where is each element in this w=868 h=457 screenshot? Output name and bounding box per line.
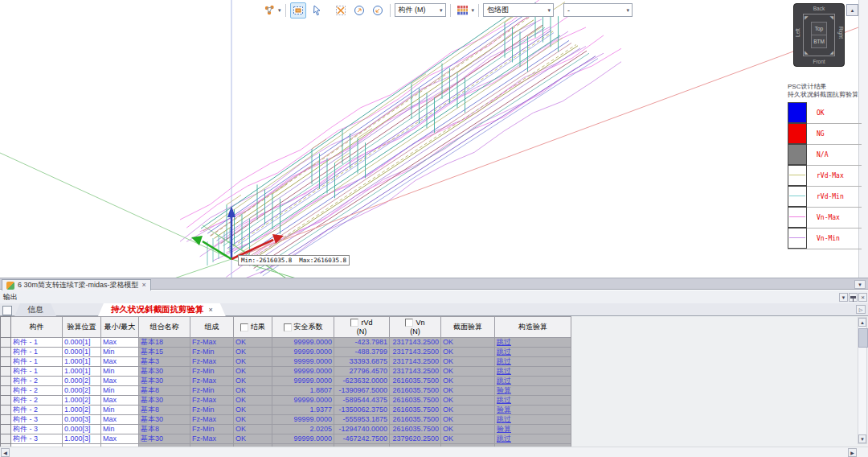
cell[interactable]: Max — [101, 377, 139, 386]
cell[interactable]: Max — [101, 338, 139, 348]
cell[interactable]: 1.000[1] — [63, 367, 101, 377]
cell[interactable]: Max — [101, 396, 139, 406]
horizontal-scrollbar[interactable]: ◀ ▶ — [0, 447, 868, 457]
cell[interactable]: 构件 - 1 — [11, 338, 63, 348]
cell[interactable]: 0.000[1] — [63, 338, 101, 348]
chevron-down-icon[interactable]: ▾ — [472, 7, 475, 13]
row-header[interactable] — [1, 357, 11, 367]
select-recent-icon[interactable] — [370, 2, 386, 19]
cell[interactable]: 基本8 — [139, 386, 190, 396]
column-header[interactable]: 构件 — [11, 317, 63, 338]
cell[interactable]: OK — [234, 434, 272, 444]
table-row[interactable]: 构件 - 21.000[2]Max基本30Fz-MaxOK99999.0000-… — [1, 396, 571, 406]
result-mode-combo[interactable]: 包络图 ▾ — [483, 3, 554, 17]
cell[interactable]: 构件 - 2 — [11, 406, 63, 415]
cell[interactable]: 构件 - 1 — [11, 367, 63, 377]
row-header[interactable] — [1, 406, 11, 415]
view-left[interactable]: Left — [795, 17, 800, 49]
row-header[interactable] — [1, 396, 11, 406]
wireframe-model[interactable] — [0, 0, 868, 278]
cell[interactable]: Fz-Max — [190, 357, 234, 367]
view-back[interactable]: Back — [794, 6, 844, 11]
cell[interactable]: 2616035.7500 — [390, 386, 441, 396]
select-previous-icon[interactable] — [351, 2, 367, 19]
cell[interactable]: 构件 - 3 — [11, 425, 63, 434]
column-header[interactable]: 验算位置 — [63, 317, 101, 338]
scroll-down-icon[interactable]: ▼ — [858, 434, 866, 443]
result-step-combo[interactable]: - ▾ — [563, 3, 633, 17]
cell[interactable]: 0.000[3] — [63, 415, 101, 425]
collapse-panel-button[interactable]: ▴ — [846, 4, 858, 16]
column-header[interactable]: 截面验算 — [441, 317, 495, 338]
column-checkbox[interactable] — [350, 319, 358, 327]
column-header[interactable]: 安全系数 — [272, 317, 334, 338]
cell[interactable]: Min — [101, 425, 139, 434]
cell[interactable]: -555953.1875 — [334, 415, 390, 425]
cell[interactable]: 验算 — [495, 386, 571, 396]
rotate-corner-icon[interactable]: ◣ — [805, 50, 809, 55]
column-checkbox[interactable] — [405, 319, 413, 327]
column-header[interactable]: 构造验算 — [495, 317, 571, 338]
cell[interactable]: OK — [441, 357, 495, 367]
row-header[interactable] — [1, 348, 11, 357]
cell[interactable]: OK — [441, 348, 495, 357]
output-pin-button[interactable] — [849, 293, 858, 302]
cell[interactable]: OK — [441, 415, 495, 425]
cell[interactable]: 基本15 — [139, 348, 190, 357]
cell[interactable]: 1.9377 — [272, 406, 334, 415]
cell[interactable]: Fz-Min — [190, 406, 234, 415]
table-row[interactable]: 构件 - 20.000[2]Min基本8Fz-MinOK1.8807-13909… — [1, 386, 571, 396]
cell[interactable]: Max — [101, 357, 139, 367]
cell[interactable]: 2616035.7500 — [390, 425, 441, 434]
row-header[interactable] — [1, 377, 11, 386]
view-front[interactable]: Front — [794, 59, 844, 64]
tab-message[interactable]: 信息 — [14, 303, 56, 316]
cell[interactable]: 基本30 — [139, 377, 190, 386]
rotate-corner-icon[interactable]: ◤ — [805, 15, 809, 20]
cell[interactable]: 构件 - 1 — [11, 357, 63, 367]
cell[interactable]: Fz-Max — [190, 338, 234, 348]
cell[interactable]: 跳过 — [495, 357, 571, 367]
cell[interactable]: 2616035.7500 — [390, 406, 441, 415]
cell[interactable]: 跳过 — [495, 415, 571, 425]
tab-list-dropdown-button[interactable]: ▼ — [854, 280, 866, 289]
select-identity-icon[interactable] — [261, 2, 277, 19]
column-header[interactable]: 最小/最大 — [101, 317, 139, 338]
tab-scroll-next-button[interactable]: ▷ — [856, 305, 866, 314]
tab-shear-check[interactable]: 持久状况斜截面抗剪验算 × — [98, 303, 226, 316]
row-header[interactable] — [1, 425, 11, 434]
cell[interactable]: 99999.0000 — [272, 348, 334, 357]
cell[interactable]: OK — [441, 434, 495, 444]
cell[interactable]: 0.000[3] — [63, 425, 101, 434]
cell[interactable]: 2616035.7500 — [390, 415, 441, 425]
cell[interactable]: 1.8807 — [272, 386, 334, 396]
select-type-combo[interactable]: 构件 (M) ▾ — [395, 3, 446, 17]
cell[interactable]: OK — [441, 425, 495, 434]
cell[interactable]: 跳过 — [495, 348, 571, 357]
row-header[interactable] — [1, 415, 11, 425]
cell[interactable]: 0.000[1] — [63, 348, 101, 357]
cell[interactable]: OK — [441, 386, 495, 396]
table-row[interactable]: 构件 - 21.000[2]Min基本8Fz-MinOK1.9377-13500… — [1, 406, 571, 415]
cell[interactable]: -1390967.5000 — [334, 386, 390, 396]
row-header[interactable] — [1, 386, 11, 396]
table-row[interactable]: 构件 - 11.000[1]Max基本3Fz-MaxOK99999.000033… — [1, 357, 571, 367]
cell[interactable]: OK — [234, 396, 272, 406]
cell[interactable]: 1.000[2] — [63, 406, 101, 415]
cell[interactable]: 构件 - 2 — [11, 386, 63, 396]
cell[interactable]: 1.000[3] — [63, 434, 101, 444]
cell[interactable]: -589544.4375 — [334, 396, 390, 406]
cell[interactable]: 99999.0000 — [272, 367, 334, 377]
table-row[interactable]: 构件 - 30.000[3]Max基本30Fz-MaxOK99999.0000-… — [1, 415, 571, 425]
cell[interactable]: 99999.0000 — [272, 434, 334, 444]
cell[interactable]: Fz-Max — [190, 415, 234, 425]
cell[interactable]: Fz-Min — [190, 386, 234, 396]
cell[interactable]: OK — [441, 338, 495, 348]
cell[interactable]: 基本8 — [139, 406, 190, 415]
vertical-scrollbar[interactable]: ▲ ▼ — [858, 317, 867, 444]
cell[interactable]: Fz-Min — [190, 367, 234, 377]
cell[interactable]: 构件 - 2 — [11, 377, 63, 386]
row-header[interactable] — [1, 338, 11, 348]
cell[interactable]: 基本3 — [139, 357, 190, 367]
cell[interactable]: 验算 — [495, 425, 571, 434]
